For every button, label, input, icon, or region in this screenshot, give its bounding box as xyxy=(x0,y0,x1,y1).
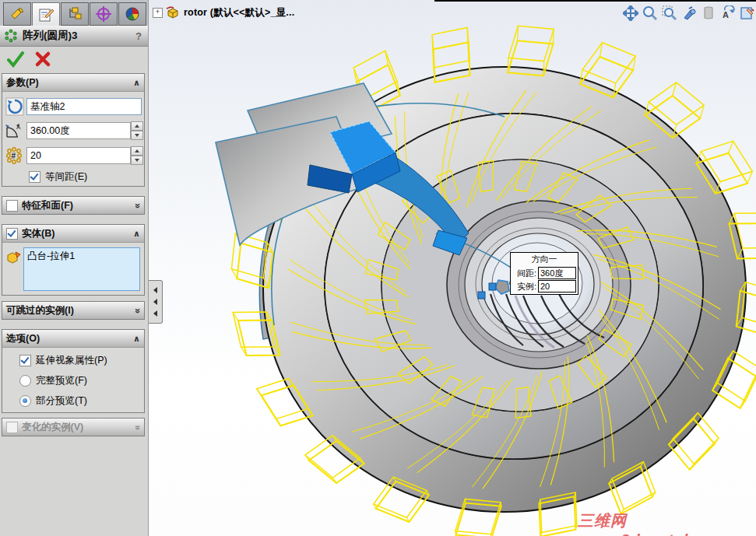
collapse-chevron-icon[interactable]: ∧ xyxy=(133,334,140,344)
manager-tabs xyxy=(0,0,148,26)
features-faces-label: 特征和面(F) xyxy=(22,199,73,212)
circular-pattern-icon xyxy=(4,29,18,43)
bodies-checkbox[interactable] xyxy=(6,228,18,240)
solidworks-window: + rotor (默认<<默认>_显... xyxy=(0,0,756,536)
full-preview-label: 完整预览(F) xyxy=(36,374,87,387)
graphics-viewport[interactable] xyxy=(148,0,756,536)
equal-spacing-checkbox[interactable] xyxy=(29,171,40,183)
section-features-faces: 特征和面(F) » xyxy=(2,196,145,215)
expand-chevron-icon: » xyxy=(132,425,143,429)
varied-instances-header[interactable]: 变化的实例(V) » xyxy=(2,419,144,436)
tab-propertymanager[interactable] xyxy=(32,2,60,27)
svg-text:A: A xyxy=(16,124,21,131)
tree-expand-icon[interactable]: + xyxy=(153,8,163,18)
instances-value[interactable]: 20 xyxy=(538,280,576,293)
rotate-view-icon[interactable]: A xyxy=(719,4,737,23)
equal-spacing-label: 等间距(E) xyxy=(45,170,87,184)
callout-title: 方向一 xyxy=(512,254,576,266)
zoom-fit-icon[interactable] xyxy=(641,4,659,23)
svg-text:A: A xyxy=(723,10,729,19)
count-input[interactable]: 20 xyxy=(26,147,131,164)
angle-spinner[interactable] xyxy=(131,121,143,140)
property-manager-panel: 阵列(圆周)3 ? 参数(P) ∧ xyxy=(0,0,149,536)
spacing-label: 间距: xyxy=(512,268,536,279)
part-icon xyxy=(166,6,180,19)
expand-chevron-icon[interactable]: » xyxy=(132,308,143,313)
parameters-header[interactable]: 参数(P) ∧ xyxy=(2,74,144,92)
section-parameters: 参数(P) ∧ 基准轴2 A 360. xyxy=(2,73,145,187)
features-faces-checkbox[interactable] xyxy=(6,200,18,212)
svg-text:#: # xyxy=(12,152,16,160)
solid-body-icon xyxy=(6,250,22,264)
expand-chevron-icon[interactable]: » xyxy=(132,203,143,208)
varied-instances-checkbox xyxy=(6,422,18,433)
tree-item-label[interactable]: rotor (默认<<默认>_显... xyxy=(184,6,294,19)
options-label: 选项(O) xyxy=(6,332,40,345)
collapse-chevron-icon[interactable]: ∧ xyxy=(133,78,140,88)
flyout-featuremanager-item[interactable]: + rotor (默认<<默认>_显... xyxy=(153,4,294,21)
section-skipped-instances: 可跳过的实例(I) » xyxy=(2,301,145,320)
bodies-header[interactable]: 实体(B) ∧ xyxy=(2,225,144,243)
feature-title: 阵列(圆周)3 xyxy=(23,29,78,43)
instance-count-icon: # xyxy=(5,146,23,165)
options-header[interactable]: 选项(O) ∧ xyxy=(2,330,144,348)
pattern-axis-icon xyxy=(5,97,24,116)
section-bodies: 实体(B) ∧ 凸台-拉伸1 xyxy=(2,224,145,296)
help-button[interactable]: ? xyxy=(135,30,142,42)
body-item[interactable]: 凸台-拉伸1 xyxy=(27,250,75,261)
section-view-icon[interactable] xyxy=(699,4,717,23)
skipped-instances-header[interactable]: 可跳过的实例(I) » xyxy=(2,302,144,319)
zoom-area-icon[interactable] xyxy=(660,4,678,23)
watermark-text: 三维网www.3dportal.cn xyxy=(578,510,756,536)
view-orientation-icon[interactable] xyxy=(680,4,698,23)
feature-title-bar: 阵列(圆周)3 ? xyxy=(0,26,148,47)
count-spinner[interactable] xyxy=(131,146,143,165)
skipped-instances-label: 可跳过的实例(I) xyxy=(6,304,74,317)
tab-dimxpertmanager[interactable] xyxy=(90,2,118,26)
angle-input[interactable]: 360.00度 xyxy=(26,122,131,139)
window-top-border xyxy=(434,0,756,2)
axis-input[interactable]: 基准轴2 xyxy=(26,98,142,115)
confirm-row xyxy=(0,47,148,72)
pan-icon[interactable] xyxy=(621,4,639,23)
tab-featuremanager-tree[interactable] xyxy=(3,2,31,26)
bodies-selection-list[interactable]: 凸台-拉伸1 xyxy=(23,247,140,291)
pattern-callout[interactable]: 方向一 间距: 360度 实例: 20 xyxy=(510,252,578,295)
spacing-value[interactable]: 360度 xyxy=(538,267,576,279)
propagate-visual-label: 延伸视象属性(P) xyxy=(36,354,107,367)
instances-label: 实例: xyxy=(512,281,536,293)
features-faces-header[interactable]: 特征和面(F) » xyxy=(2,197,144,214)
tab-configurationmanager[interactable] xyxy=(61,2,89,26)
partial-preview-label: 部分预览(T) xyxy=(36,394,87,408)
full-preview-radio[interactable] xyxy=(19,375,31,387)
propagate-visual-checkbox[interactable] xyxy=(19,355,31,366)
ok-button[interactable] xyxy=(6,51,25,68)
section-varied-instances: 变化的实例(V) » xyxy=(2,418,145,436)
cancel-button[interactable] xyxy=(34,51,51,68)
varied-instances-label: 变化的实例(V) xyxy=(22,421,83,434)
section-options: 选项(O) ∧ 延伸视象属性(P) 完整预览(F) 部分预览(T) xyxy=(2,329,145,413)
partial-preview-radio[interactable] xyxy=(19,395,31,407)
collapse-chevron-icon[interactable]: ∧ xyxy=(133,229,140,239)
tab-displaymanager[interactable] xyxy=(118,2,146,26)
angle-icon: A xyxy=(5,121,23,140)
display-style-icon[interactable] xyxy=(738,4,756,23)
bodies-label: 实体(B) xyxy=(22,227,55,240)
heads-up-toolbar: A ▾ xyxy=(621,3,756,23)
parameters-label: 参数(P) xyxy=(6,76,39,89)
panel-collapse-handle[interactable] xyxy=(149,280,163,324)
